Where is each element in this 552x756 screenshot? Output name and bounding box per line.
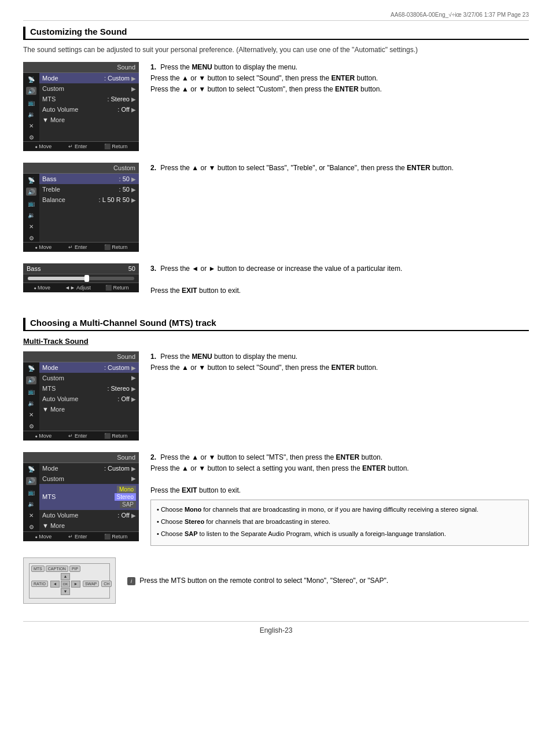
- tv-item-custom: Custom ▶: [39, 83, 139, 94]
- icon-screen-m2: 📺: [26, 489, 36, 497]
- icon-settings-m2: ⚙: [26, 523, 36, 531]
- balance-label: Balance: [42, 196, 65, 203]
- step3-num: 3.: [150, 265, 156, 273]
- bass-menu-value: 50: [128, 265, 135, 272]
- mts-step2-row: Sound 📡 🔊 📺 🔉 ✕ ⚙ Mode : Custom ▶: [23, 452, 529, 546]
- tv-item-mode-mts2: Mode : Custom ▶: [39, 463, 139, 474]
- mode-value: : Custom: [104, 75, 130, 82]
- step2-text: 2. Press the ▲ or ▼ button to select "Ba…: [150, 163, 529, 174]
- remote-row: MTS CAPTION PIP RATIO ▲ ◄ OK ►: [23, 557, 529, 604]
- tv-item-more-mts1: ▼ More: [39, 404, 139, 414]
- icon-x-m2: ✕: [26, 512, 36, 520]
- treble-label: Treble: [42, 186, 60, 193]
- bass-menu: Bass 50 ⬥ Move ◄► Adjust ⬛ Return: [23, 263, 139, 292]
- tv-item-autovol: Auto Volume : Off ▶: [39, 104, 139, 115]
- tv-items-2: Bass : 50 ▶ Treble : 50 ▶ Balance : L 50…: [39, 174, 139, 242]
- footer-move-2: ⬥ Move: [35, 244, 52, 250]
- remote-note-text: i Press the MTS button on the remote con…: [127, 575, 529, 586]
- footer-return-1: ⬛ Return: [104, 144, 128, 149]
- section-mts: Choosing a Multi-Channel Sound (MTS) tra…: [23, 318, 529, 604]
- tv-item-more: ▼ More: [39, 115, 139, 125]
- autovol-value: : Off: [117, 106, 130, 113]
- menu-title-mts-2: Sound: [23, 452, 139, 463]
- section-title-mts: Choosing a Multi-Channel Sound (MTS) tra…: [23, 318, 529, 331]
- nav-right[interactable]: ►: [71, 581, 80, 588]
- page: AA68-03806A-00Eng_√÷iœ 3/27/06 1:37 PM P…: [23, 12, 529, 634]
- slider-thumb[interactable]: [84, 275, 89, 282]
- tv-footer-mts1: ⬥ Move ↵ Enter ⬛ Return: [23, 431, 139, 441]
- slider-fill: [28, 277, 86, 280]
- icon-screen: 📺: [26, 98, 36, 107]
- mts-step1-instructions: 1. Press the MENU button to display the …: [150, 351, 529, 377]
- icon-screen-2: 📺: [26, 199, 36, 207]
- tv-items-mts2: Mode : Custom ▶ Custom ▶ MTS Mono Stereo: [39, 463, 139, 531]
- section-intro: The sound settings can be adjusted to su…: [23, 46, 529, 54]
- note-sap: • Choose SAP to listen to the Separate A…: [157, 529, 522, 540]
- remote-btn-ratio: RATIO: [31, 581, 48, 587]
- bass-menu-header: Bass 50: [23, 263, 139, 274]
- icon-antenna-m1: 📡: [26, 365, 36, 373]
- footer-adjust: ◄► Adjust: [65, 285, 91, 291]
- icon-volume: 🔉: [26, 110, 36, 118]
- mts-step1-row: Sound 📡 🔊 📺 🔉 ✕ ⚙ Mode : Custom ▶: [23, 351, 529, 441]
- mts-arrow: ▶: [131, 96, 136, 102]
- custom-label: Custom: [42, 85, 64, 92]
- icon-sound: 🔊: [26, 87, 36, 95]
- subsection-title-mts: Multi-Track Sound: [23, 337, 529, 346]
- file-info: AA68-03806A-00Eng_√÷iœ 3/27/06 1:37 PM P…: [391, 12, 529, 18]
- icon-sound-m1: 🔊: [26, 376, 36, 384]
- step3-instructions: 3. Press the ◄ or ► button to decrease o…: [150, 263, 529, 300]
- bass-menu-label: Bass: [27, 265, 41, 272]
- step1-num: 1.: [150, 63, 156, 71]
- mts-label: MTS: [42, 96, 56, 102]
- step1-text: 1. Press the MENU button to display the …: [150, 62, 529, 96]
- autovol-label: Auto Volume: [42, 106, 78, 113]
- remote-btn-caption: CAPTION: [46, 566, 68, 572]
- icon-screen-m1: 📺: [26, 388, 36, 396]
- remote-btn-mts: MTS: [31, 566, 45, 572]
- custom-arrow: ▶: [131, 86, 136, 92]
- mts-step1-text: 1. Press the MENU button to display the …: [150, 351, 529, 373]
- nav-down[interactable]: ▼: [61, 588, 70, 595]
- bass-label: Bass: [42, 175, 56, 182]
- icon-volume-2: 🔉: [26, 211, 36, 219]
- step1-row: Sound 📡 🔊 📺 🔉 ✕ ⚙ Mode : Custom ▶: [23, 62, 529, 151]
- tv-menu-mts-1: Sound 📡 🔊 📺 🔉 ✕ ⚙ Mode : Custom ▶: [23, 351, 139, 441]
- mts-note-box: • Choose Mono for channels that are broa…: [150, 500, 529, 546]
- icon-antenna-2: 📡: [26, 176, 36, 184]
- mts-step2-instructions: 2. Press the ▲ or ▼ button to select "MT…: [150, 452, 529, 546]
- tv-item-custom-mts1: Custom ▶: [39, 373, 139, 383]
- nav-up[interactable]: ▲: [61, 573, 70, 580]
- note-mono: • Choose Mono for channels that are broa…: [157, 505, 522, 515]
- autovol-arrow: ▶: [131, 107, 136, 113]
- slider-track[interactable]: [28, 277, 134, 280]
- remote-nav: ▲ ◄ OK ► ▼: [50, 573, 80, 595]
- tv-item-autovol-mts2: Auto Volume : Off ▶: [39, 510, 139, 520]
- footer-return-2: ⬛ Return: [104, 244, 128, 250]
- tv-items-mts1: Mode : Custom ▶ Custom ▶ MTS : Stereo ▶: [39, 362, 139, 431]
- icon-volume-m2: 🔉: [26, 500, 36, 508]
- icon-settings: ⚙: [26, 133, 36, 141]
- remote-btn-swap: SWAP: [83, 581, 99, 587]
- nav-left[interactable]: ◄: [50, 581, 60, 588]
- balance-arrow: ▶: [131, 197, 136, 203]
- menu-title-sound-1: Sound: [23, 62, 139, 73]
- tv-item-autovol-mts1: Auto Volume : Off ▶: [39, 394, 139, 404]
- treble-value: : 50: [119, 186, 130, 193]
- tv-items-1: Mode : Custom ▶ Custom ▶ MTS : Stereo ▶: [39, 73, 139, 141]
- mts-dropdown-stereo: Stereo: [115, 493, 136, 501]
- menu-title-custom: Custom: [23, 163, 139, 174]
- icon-settings-m1: ⚙: [26, 423, 36, 431]
- footer-enter-2: ↵ Enter: [68, 244, 87, 250]
- note-stereo: • Choose Stereo for channels that are br…: [157, 517, 522, 527]
- nav-ok[interactable]: OK: [61, 581, 70, 588]
- icon-x-m1: ✕: [26, 411, 36, 419]
- mts-dropdown-mono: Mono: [117, 486, 136, 493]
- tv-menu-custom: Custom 📡 🔊 📺 🔉 ✕ ⚙ Bass : 50 ▶: [23, 163, 139, 252]
- nav-middle-row: ◄ OK ►: [50, 581, 80, 588]
- footer-enter-1: ↵ Enter: [68, 144, 87, 149]
- footer-return-3: ⬛ Return: [105, 285, 129, 291]
- page-header: AA68-03806A-00Eng_√÷iœ 3/27/06 1:37 PM P…: [23, 12, 529, 21]
- remote-btn-ch: CH: [101, 581, 112, 587]
- tv-item-treble: Treble : 50 ▶: [39, 184, 139, 194]
